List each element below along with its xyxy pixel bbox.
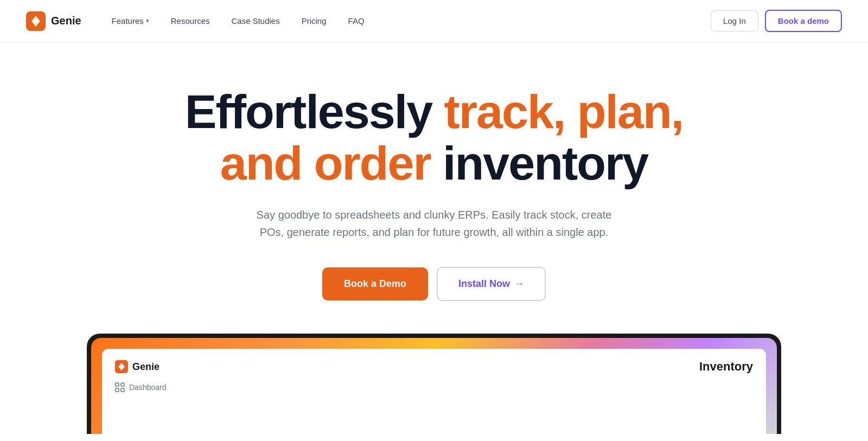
hero-title-part2: and order: [220, 136, 431, 190]
device-screen: Genie Inventory Dashboard: [91, 338, 777, 434]
svg-rect-5: [121, 388, 124, 392]
install-now-label: Install Now: [458, 278, 510, 290]
book-demo-nav-button[interactable]: Book a demo: [765, 10, 842, 32]
nav-links: Features ▾ Resources Case Studies Pricin…: [103, 12, 373, 30]
install-now-button[interactable]: Install Now →: [437, 267, 546, 301]
svg-rect-2: [116, 383, 119, 386]
app-inner: Genie Inventory Dashboard: [102, 349, 766, 434]
grid-icon: [115, 382, 125, 392]
app-dashboard-item: Dashboard: [115, 382, 753, 392]
hero-section: Effortlessly track, plan, and order inve…: [0, 42, 868, 301]
svg-rect-3: [121, 383, 124, 386]
navbar-left: Genie Features ▾ Resources Case Studies …: [26, 11, 373, 31]
app-logo-text: Genie: [132, 361, 159, 373]
login-button[interactable]: Log In: [711, 10, 758, 31]
svg-rect-4: [116, 388, 119, 392]
navbar: Genie Features ▾ Resources Case Studies …: [0, 0, 868, 42]
app-logo-icon: [115, 360, 128, 373]
nav-pricing[interactable]: Pricing: [293, 12, 335, 30]
nav-case-studies[interactable]: Case Studies: [222, 12, 288, 30]
hero-title-orange: track, plan,: [444, 85, 684, 138]
nav-faq[interactable]: FAQ: [340, 12, 373, 30]
app-inventory-title: Inventory: [699, 360, 753, 374]
hero-cta: Book a Demo Install Now →: [322, 267, 546, 301]
hero-subtitle: Say goodbye to spreadsheets and clunky E…: [244, 206, 624, 241]
app-header: Genie Inventory: [115, 360, 753, 374]
hero-title: Effortlessly track, plan, and order inve…: [185, 86, 683, 189]
logo-link[interactable]: Genie: [26, 11, 81, 31]
navbar-right: Log In Book a demo: [711, 10, 842, 32]
book-demo-button[interactable]: Book a Demo: [322, 267, 428, 301]
app-logo: Genie: [115, 360, 159, 373]
logo-icon: [26, 11, 46, 31]
app-dashboard-label: Dashboard: [129, 383, 167, 392]
chevron-down-icon: ▾: [146, 17, 149, 24]
device-frame: Genie Inventory Dashboard: [87, 334, 781, 434]
hero-title-black: inventory: [431, 136, 648, 190]
app-preview: Genie Inventory Dashboard: [0, 334, 868, 434]
logo-text: Genie: [51, 15, 81, 27]
nav-resources[interactable]: Resources: [162, 12, 219, 30]
hero-title-part1: Effortlessly: [185, 85, 444, 138]
arrow-icon: →: [514, 278, 524, 290]
nav-features[interactable]: Features ▾: [103, 12, 158, 30]
